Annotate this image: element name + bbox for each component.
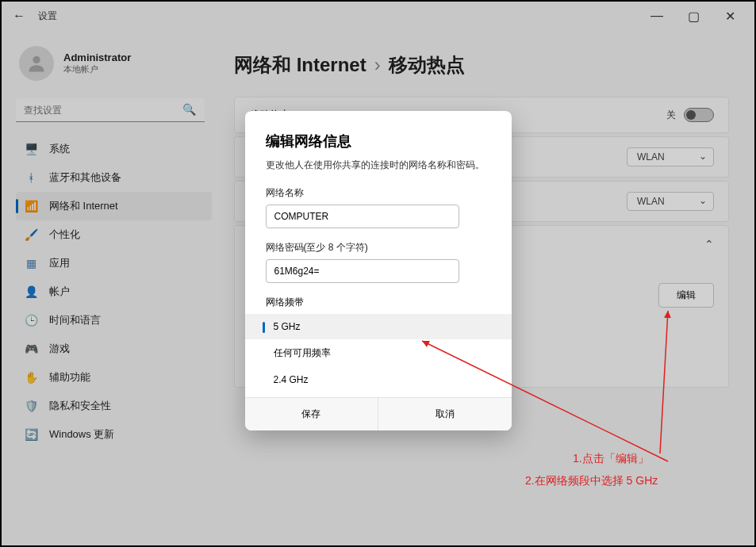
band-option-1[interactable]: 任何可用频率 — [245, 339, 512, 367]
band-label: 网络频带 — [245, 296, 512, 309]
network-name-input[interactable] — [266, 205, 459, 228]
band-option-2[interactable]: 2.4 GHz — [245, 367, 512, 392]
dialog-title: 编辑网络信息 — [245, 132, 512, 151]
modal-overlay: 编辑网络信息 更改他人在使用你共享的连接时的网络名称和密码。 网络名称 网络密码… — [2, 2, 754, 545]
network-password-field: 网络密码(至少 8 个字符) — [245, 241, 512, 283]
network-name-field: 网络名称 — [245, 186, 512, 228]
edit-network-dialog: 编辑网络信息 更改他人在使用你共享的连接时的网络名称和密码。 网络名称 网络密码… — [245, 111, 512, 430]
cancel-button[interactable]: 取消 — [378, 398, 512, 430]
network-name-label: 网络名称 — [266, 186, 491, 200]
dialog-desc: 更改他人在使用你共享的连接时的网络名称和密码。 — [245, 159, 512, 172]
network-password-label: 网络密码(至少 8 个字符) — [266, 241, 491, 254]
save-button[interactable]: 保存 — [245, 398, 379, 430]
dialog-buttons: 保存 取消 — [245, 397, 512, 430]
band-option-0[interactable]: 5 GHz — [245, 314, 512, 339]
network-password-input[interactable] — [266, 259, 459, 283]
band-option-list: 5 GHz任何可用频率2.4 GHz — [245, 314, 512, 392]
